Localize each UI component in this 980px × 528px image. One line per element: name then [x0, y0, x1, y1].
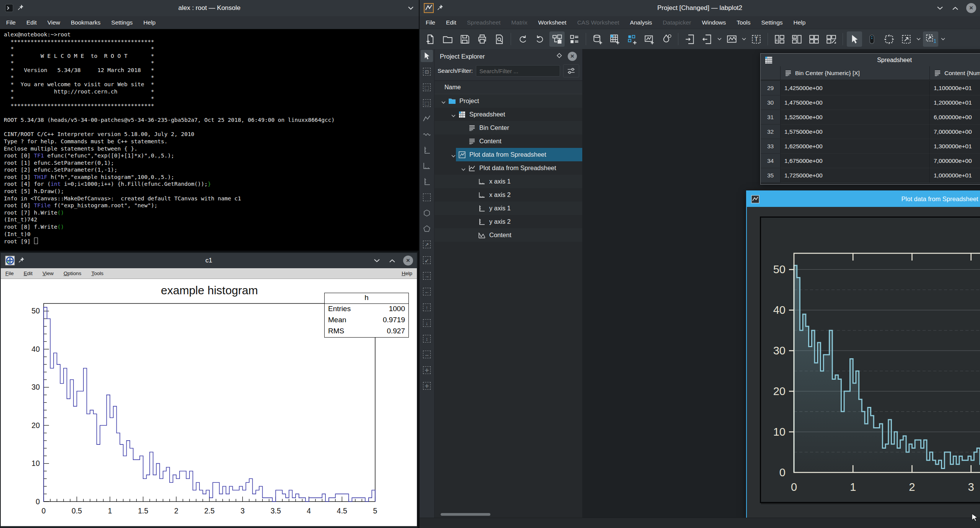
- labplot-menu-worksheet[interactable]: Worksheet: [538, 19, 567, 26]
- konsole-menu-settings[interactable]: Settings: [111, 19, 133, 26]
- add-fit-curve-tool[interactable]: [421, 128, 433, 141]
- cell-content[interactable]: 1,000000e+01: [930, 168, 980, 183]
- cell-bin-center[interactable]: 1,475000e+00: [781, 95, 930, 110]
- tree-item-project[interactable]: Project: [434, 94, 582, 108]
- c1-close-button[interactable]: ×: [403, 256, 413, 266]
- new-matrix-button[interactable]: [624, 31, 640, 47]
- dock-close-button[interactable]: ×: [568, 52, 577, 61]
- c1-menu-help[interactable]: Help: [402, 271, 412, 276]
- cell-bin-center[interactable]: 1,675000e+00: [781, 154, 930, 168]
- column-header-0[interactable]: Bin Center {Numeric} [X]: [781, 66, 930, 80]
- labplot-menu-settings[interactable]: Settings: [761, 19, 783, 26]
- c1-menu-tools[interactable]: Tools: [91, 271, 104, 276]
- new-worksheet-button[interactable]: [642, 31, 657, 47]
- auto-scale-y-tool[interactable]: ↕: [421, 333, 433, 345]
- konsole-menu-bookmarks[interactable]: Bookmarks: [71, 19, 101, 26]
- cell-bin-center[interactable]: 1,425000e+00: [781, 81, 930, 95]
- dock-float-icon[interactable]: [556, 52, 562, 60]
- new-spreadsheet-button[interactable]: [607, 31, 622, 47]
- worksheet-view-mode-dropdown[interactable]: [741, 31, 746, 47]
- undo-button[interactable]: [515, 31, 530, 47]
- shift-right-tool[interactable]: →: [421, 270, 433, 282]
- auto-scale-all-tool[interactable]: ✛: [421, 364, 433, 376]
- tree-item-spreadsheet[interactable]: Spreadsheet: [434, 108, 582, 121]
- import-button[interactable]: [682, 31, 697, 47]
- pin-icon[interactable]: [18, 257, 24, 265]
- horizontal-layout-button[interactable]: [789, 31, 804, 47]
- zoom-out-region-tool[interactable]: [421, 223, 433, 235]
- add-text-label-button[interactable]: T: [748, 31, 764, 47]
- konsole-menu-help[interactable]: Help: [144, 19, 156, 26]
- c1-titlebar[interactable]: c1 ×: [1, 253, 417, 268]
- tree-item-plot-data-from-spreadsheet[interactable]: Plot data from Spreadsheet: [434, 161, 582, 175]
- cell-bin-center[interactable]: 1,725000e+00: [781, 168, 930, 183]
- add-xy-curve-tool[interactable]: [421, 113, 433, 125]
- pin-icon[interactable]: [437, 4, 443, 12]
- cell-content[interactable]: 1,300000e+01: [930, 139, 980, 154]
- tree-item-bin-center[interactable]: Bin Center: [434, 121, 582, 134]
- tree-name-header[interactable]: Name: [434, 81, 582, 94]
- labplot-menu-windows[interactable]: Windows: [702, 19, 726, 26]
- zoom-in-region-tool[interactable]: [421, 207, 433, 219]
- navigate-button[interactable]: [864, 31, 879, 47]
- redo-button[interactable]: [532, 31, 547, 47]
- cell-content[interactable]: 7,000000e+00: [930, 154, 980, 168]
- break-layout-button[interactable]: [823, 31, 839, 47]
- spreadsheet-table[interactable]: Bin Center {Numeric} [X]Content {Numeric…: [761, 66, 980, 184]
- tree-item-y-axis-2[interactable]: y axis 2: [434, 215, 582, 228]
- cell-content[interactable]: 1,100000e+01: [930, 81, 980, 95]
- tree-item-content[interactable]: Content: [434, 228, 582, 242]
- new-datapicker-button[interactable]: [659, 31, 674, 47]
- labplot-menu-file[interactable]: File: [426, 19, 435, 26]
- tree-item-plot-data-from-spreadsheet[interactable]: Plot data from Spreadsheet: [434, 148, 582, 161]
- c1-menu-edit[interactable]: Edit: [24, 271, 33, 276]
- magnification-1x-button[interactable]: 1: [923, 31, 938, 47]
- new-project-button[interactable]: [423, 31, 438, 47]
- add-axis-tool[interactable]: [421, 144, 433, 156]
- labplot-minimize-button[interactable]: [936, 4, 944, 12]
- labplot-menu-edit[interactable]: Edit: [446, 19, 456, 26]
- konsole-menu-file[interactable]: File: [6, 19, 16, 26]
- labplot-titlebar[interactable]: Project [Changed] — labplot2 ×: [420, 0, 980, 16]
- pointer-tool[interactable]: [421, 50, 433, 62]
- search-filter-input[interactable]: [476, 65, 560, 77]
- plot-titlebar[interactable]: Plot data from Spreadsheet ×: [747, 191, 980, 207]
- tree-item-x-axis-2[interactable]: x axis 2: [434, 188, 582, 202]
- zoom-fit-dropdown[interactable]: [916, 31, 921, 47]
- cell-bin-center[interactable]: 1,575000e+00: [781, 125, 930, 139]
- labplot-maximize-button[interactable]: [951, 4, 959, 12]
- cell-bin-center[interactable]: 1,525000e+00: [781, 110, 930, 125]
- auto-scale-x-tool[interactable]: ↔: [421, 348, 433, 361]
- shift-left-tool[interactable]: ←: [421, 285, 433, 298]
- c1-menu-view[interactable]: View: [42, 271, 54, 276]
- shift-up-tool[interactable]: ↑: [421, 301, 433, 313]
- magnification-1x-dropdown[interactable]: [940, 31, 946, 47]
- cell-content[interactable]: 6,000000e+00: [930, 110, 980, 125]
- expand-region-tool[interactable]: ↗: [421, 238, 433, 251]
- tree-item-x-axis-1[interactable]: x axis 1: [434, 175, 582, 188]
- tree-item-y-axis-1[interactable]: y axis 1: [434, 202, 582, 215]
- zoom-x-select-tool[interactable]: ⬚: [421, 81, 433, 93]
- c1-menu-options[interactable]: Options: [64, 271, 82, 276]
- konsole-shade-button[interactable]: [407, 4, 415, 12]
- pin-icon[interactable]: [18, 4, 24, 12]
- konsole-menu-edit[interactable]: Edit: [26, 19, 37, 26]
- c1-menu-file[interactable]: File: [5, 271, 14, 276]
- worksheet-view-mode-button[interactable]: [724, 31, 739, 47]
- tree-item-content[interactable]: Content: [434, 134, 582, 148]
- select-region-tool[interactable]: [421, 191, 433, 203]
- labplot-close-button[interactable]: ×: [966, 3, 976, 13]
- konsole-menu-view[interactable]: View: [47, 19, 60, 26]
- c1-maximize-button[interactable]: [388, 256, 396, 265]
- add-y-axis-tool[interactable]: [421, 175, 433, 188]
- zoom-select-tool[interactable]: ⊡: [421, 66, 433, 78]
- cell-content[interactable]: 7,000000e+00: [930, 125, 980, 139]
- shift-down-tool[interactable]: ↓: [421, 317, 433, 329]
- toggle-project-explorer-button[interactable]: [549, 31, 565, 47]
- export-dropdown[interactable]: [717, 31, 722, 47]
- c1-minimize-button[interactable]: [372, 256, 381, 265]
- konsole-titlebar[interactable]: alex : root — Konsole: [0, 0, 419, 16]
- zoom-fit-button[interactable]: [898, 31, 914, 47]
- spreadsheet-titlebar[interactable]: Spreadsheet ×: [761, 54, 980, 66]
- cell-bin-center[interactable]: 1,625000e+00: [781, 139, 930, 154]
